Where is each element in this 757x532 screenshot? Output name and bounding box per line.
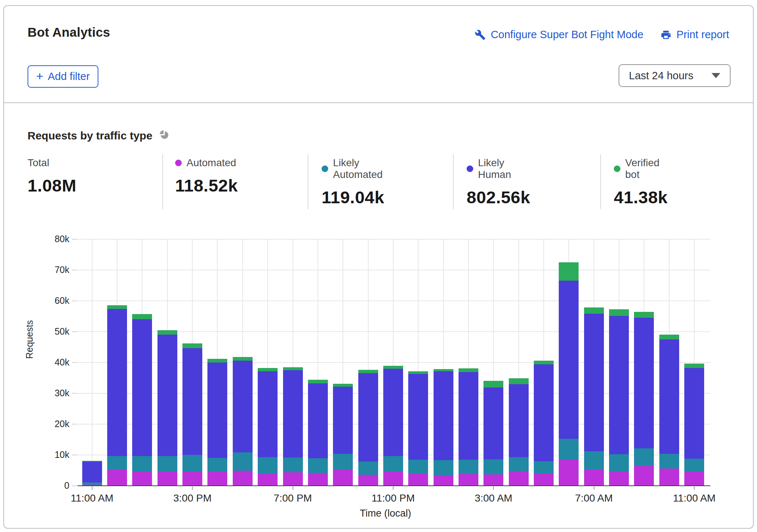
bar-segment-automated[interactable] <box>107 469 127 486</box>
bar-segment-likely-human[interactable] <box>107 309 127 456</box>
bar-segment-likely-human[interactable] <box>383 369 403 456</box>
bar-segment-likely-automated[interactable] <box>434 460 453 475</box>
bar-segment-verified-bot[interactable] <box>684 364 704 368</box>
bar-segment-automated[interactable] <box>509 471 529 486</box>
bar-segment-verified-bot[interactable] <box>459 368 478 372</box>
bar-segment-likely-automated[interactable] <box>333 454 353 470</box>
bar-segment-automated[interactable] <box>659 469 679 486</box>
bar-segment-verified-bot[interactable] <box>434 369 453 372</box>
bar-segment-automated[interactable] <box>434 475 453 486</box>
bar-segment-likely-human[interactable] <box>308 383 328 458</box>
bar-segment-verified-bot[interactable] <box>383 366 403 369</box>
bar-segment-likely-human[interactable] <box>559 281 579 439</box>
bar-segment-likely-human[interactable] <box>283 370 303 458</box>
bar-segment-automated[interactable] <box>534 474 554 486</box>
bar-segment-likely-human[interactable] <box>634 318 654 448</box>
bar-segment-likely-human[interactable] <box>434 371 453 460</box>
bar-segment-likely-automated[interactable] <box>408 460 428 473</box>
bar-segment-likely-human[interactable] <box>82 462 102 482</box>
bar-segment-likely-automated[interactable] <box>584 451 604 469</box>
bar-segment-likely-human[interactable] <box>132 319 152 456</box>
bar-segment-likely-human[interactable] <box>333 387 353 454</box>
bar-segment-likely-automated[interactable] <box>659 454 679 469</box>
bar-segment-likely-automated[interactable] <box>258 457 278 473</box>
bar-segment-likely-automated[interactable] <box>233 452 253 471</box>
bar-segment-verified-bot[interactable] <box>408 371 428 374</box>
bar-segment-likely-automated[interactable] <box>358 462 378 475</box>
bar-segment-automated[interactable] <box>258 473 278 486</box>
bar-segment-likely-automated[interactable] <box>634 448 654 466</box>
bar-segment-likely-automated[interactable] <box>609 454 629 471</box>
bar-segment-verified-bot[interactable] <box>634 312 654 318</box>
bar-segment-automated[interactable] <box>358 475 378 486</box>
bar-segment-likely-human[interactable] <box>408 374 428 460</box>
bar-segment-likely-automated[interactable] <box>283 458 303 472</box>
bar-segment-automated[interactable] <box>333 470 353 486</box>
bar-segment-automated[interactable] <box>634 466 654 486</box>
bar-segment-verified-bot[interactable] <box>182 343 202 348</box>
bar-segment-likely-human[interactable] <box>609 316 629 454</box>
bar-segment-verified-bot[interactable] <box>233 357 253 361</box>
bar-segment-automated[interactable] <box>182 471 202 486</box>
bar-segment-verified-bot[interactable] <box>559 262 579 281</box>
bar-segment-verified-bot[interactable] <box>358 370 378 373</box>
bar-segment-verified-bot[interactable] <box>283 367 303 370</box>
bar-segment-verified-bot[interactable] <box>534 361 554 364</box>
bar-segment-likely-automated[interactable] <box>383 456 403 471</box>
bar-segment-likely-automated[interactable] <box>207 458 227 472</box>
bar-segment-automated[interactable] <box>483 474 503 486</box>
bar-segment-likely-human[interactable] <box>157 335 177 456</box>
bar-segment-verified-bot[interactable] <box>609 309 629 316</box>
bar-segment-likely-automated[interactable] <box>459 460 478 474</box>
bar-segment-verified-bot[interactable] <box>157 330 177 335</box>
bar-segment-likely-automated[interactable] <box>182 455 202 471</box>
bar-segment-automated[interactable] <box>283 472 303 486</box>
bar-segment-likely-automated[interactable] <box>157 456 177 471</box>
bar-segment-automated[interactable] <box>459 474 478 486</box>
bar-segment-likely-human[interactable] <box>207 362 227 458</box>
bar-segment-automated[interactable] <box>684 471 704 486</box>
bar-segment-likely-human[interactable] <box>659 339 679 454</box>
bar-segment-automated[interactable] <box>132 471 152 486</box>
bar-segment-likely-human[interactable] <box>233 361 253 452</box>
bar-segment-automated[interactable] <box>157 471 177 486</box>
bar-segment-likely-human[interactable] <box>483 387 503 459</box>
bar-segment-likely-automated[interactable] <box>107 456 127 469</box>
y-tick-label: 40k <box>36 357 69 368</box>
bar-segment-likely-automated[interactable] <box>559 439 579 459</box>
bar-segment-verified-bot[interactable] <box>509 378 529 384</box>
bar-segment-automated[interactable] <box>584 469 604 486</box>
bar-segment-verified-bot[interactable] <box>659 335 679 339</box>
bar-segment-likely-automated[interactable] <box>308 458 328 473</box>
bar-segment-likely-automated[interactable] <box>534 461 554 474</box>
bar-segment-verified-bot[interactable] <box>132 314 152 319</box>
bar-segment-likely-human[interactable] <box>182 348 202 455</box>
bar-segment-likely-human[interactable] <box>258 371 278 457</box>
bar-segment-likely-human[interactable] <box>684 368 704 459</box>
bar-segment-likely-human[interactable] <box>358 373 378 462</box>
bar-segment-verified-bot[interactable] <box>584 307 604 314</box>
bar-segment-automated[interactable] <box>383 471 403 486</box>
bar-segment-verified-bot[interactable] <box>107 305 127 309</box>
bar-segment-likely-automated[interactable] <box>509 457 529 471</box>
bar-segment-verified-bot[interactable] <box>82 461 102 462</box>
bar-segment-likely-automated[interactable] <box>483 459 503 474</box>
bar-segment-verified-bot[interactable] <box>258 368 278 371</box>
bar-segment-automated[interactable] <box>609 471 629 486</box>
bar-segment-automated[interactable] <box>207 472 227 486</box>
bar-segment-automated[interactable] <box>408 473 428 486</box>
bar-segment-verified-bot[interactable] <box>483 381 503 387</box>
bar-segment-verified-bot[interactable] <box>207 359 227 362</box>
bar-segment-automated[interactable] <box>308 473 328 486</box>
bar-segment-likely-automated[interactable] <box>132 456 152 471</box>
bar-segment-automated[interactable] <box>233 471 253 486</box>
bar-segment-verified-bot[interactable] <box>333 384 353 387</box>
bar-segment-likely-automated[interactable] <box>82 482 102 485</box>
bar-segment-likely-human[interactable] <box>534 364 554 461</box>
bar-segment-likely-human[interactable] <box>584 314 604 451</box>
bar-segment-automated[interactable] <box>559 460 579 486</box>
bar-segment-verified-bot[interactable] <box>308 380 328 383</box>
bar-segment-likely-human[interactable] <box>459 372 478 460</box>
bar-segment-likely-automated[interactable] <box>684 459 704 471</box>
bar-segment-likely-human[interactable] <box>509 384 529 457</box>
